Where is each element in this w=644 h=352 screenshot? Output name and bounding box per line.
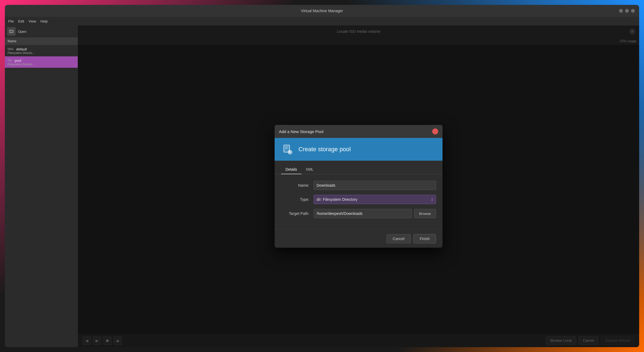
target-path-input[interactable] (314, 209, 412, 218)
main-content: Open Name 56% default Filesystem Directo… (5, 25, 639, 347)
browse-button[interactable]: Browse (414, 209, 436, 218)
vm-icon (7, 27, 16, 36)
dialog-header: Create storage pool (275, 138, 443, 161)
sidebar-column-header: Name (5, 37, 78, 45)
tab-xml[interactable]: XML (301, 165, 318, 174)
dialog-title: Add a New Storage Pool (279, 129, 323, 134)
add-storage-pool-dialog: Add a New Storage Pool (275, 125, 443, 248)
menu-bar: File Edit View Help (5, 17, 639, 25)
menu-view[interactable]: View (28, 19, 36, 23)
sidebar-toolbar: Open (5, 25, 78, 37)
close-button[interactable] (631, 9, 635, 13)
name-row: Name: (281, 181, 436, 190)
finish-button[interactable]: Finish (414, 234, 436, 243)
type-row: Type: dir: Filesystem Directorynetfs: Ne… (281, 195, 436, 204)
dialog-body: Details XML Name: (275, 161, 443, 230)
dialog-close-button[interactable] (432, 128, 438, 134)
app-title: Virtual Machine Manager (301, 9, 343, 13)
dialog-footer: Cancel Finish (275, 230, 443, 248)
app-window: Virtual Machine Manager File Edit View H… (5, 5, 639, 347)
path-wrapper: Browse (314, 209, 436, 218)
sidebar-item-name-pool: pool (15, 59, 21, 63)
menu-file[interactable]: File (8, 19, 14, 23)
tab-details[interactable]: Details (281, 165, 301, 174)
dialog-overlay: Add a New Storage Pool (78, 25, 639, 347)
maximize-button[interactable] (625, 9, 629, 13)
title-bar: Virtual Machine Manager (5, 5, 639, 17)
type-label: Type: (281, 197, 314, 202)
dialog-title-bar: Add a New Storage Pool (275, 125, 443, 138)
sidebar-item-sub-default: Filesystem Directo... (8, 51, 75, 54)
sidebar: Open Name 56% default Filesystem Directo… (5, 25, 78, 347)
svg-rect-1 (10, 31, 13, 32)
target-path-label: Target Path: (281, 211, 314, 216)
open-button[interactable]: Open (18, 30, 27, 34)
sidebar-item-default[interactable]: 56% default Filesystem Directo... (5, 45, 78, 56)
dialog-tabs: Details XML (275, 161, 443, 174)
sidebar-badge-default: 56% (8, 47, 14, 51)
type-select-wrapper: dir: Filesystem Directorynetfs: Network … (314, 195, 436, 204)
dialog-header-title: Create storage pool (298, 146, 351, 153)
name-label: Name: (281, 183, 314, 188)
content-area: Locate ISO media volume ✕ CPU usage ◀ ▶ … (78, 25, 639, 347)
menu-edit[interactable]: Edit (18, 19, 24, 23)
sidebar-item-sub-pool: Filesystem Directo... (8, 63, 75, 66)
type-select[interactable]: dir: Filesystem Directorynetfs: Network … (314, 195, 436, 204)
sidebar-item-name-default: default (16, 47, 27, 51)
window-controls (619, 9, 635, 13)
sidebar-badge-pool: 7% (8, 59, 12, 62)
menu-help[interactable]: Help (40, 19, 48, 23)
dialog-form: Name: Type: dir: Filesystem Directorynet… (275, 174, 443, 230)
target-path-row: Target Path: Browse (281, 209, 436, 218)
cancel-button[interactable]: Cancel (386, 234, 411, 243)
storage-pool-icon (281, 143, 294, 156)
sidebar-item-pool[interactable]: 7% pool Filesystem Directo... (5, 56, 78, 68)
minimize-button[interactable] (619, 9, 623, 13)
name-input[interactable] (314, 181, 436, 190)
